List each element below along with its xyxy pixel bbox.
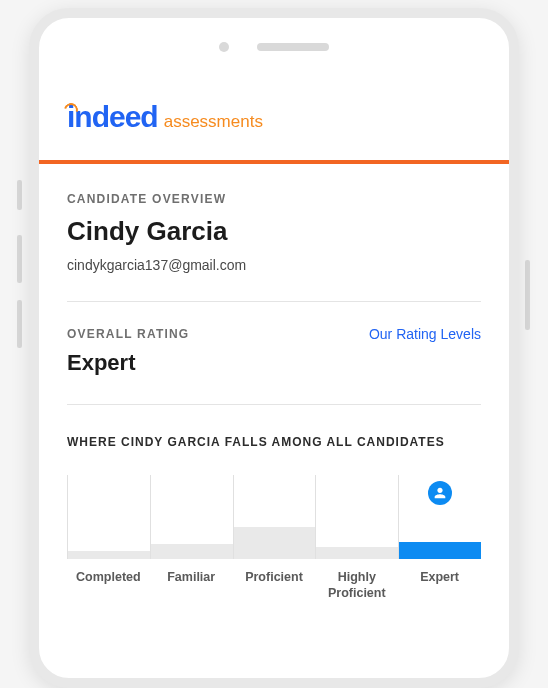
- candidate-overview-section: CANDIDATE OVERVIEW Cindy Garcia cindykga…: [67, 164, 481, 273]
- phone-side-button: [17, 180, 22, 210]
- divider: [67, 301, 481, 302]
- candidate-name: Cindy Garcia: [67, 216, 481, 247]
- axis-label: Expert: [398, 569, 481, 602]
- axis-label: Proficient: [233, 569, 316, 602]
- chart-column: [316, 475, 399, 559]
- phone-volume-down: [17, 300, 22, 348]
- rating-value: Expert: [67, 350, 481, 376]
- chart-bar: [316, 547, 398, 559]
- axis-label: Completed: [67, 569, 150, 602]
- speaker-icon: [257, 43, 329, 51]
- chart-column: [399, 475, 481, 559]
- app-content: indeed assessments CANDIDATE OVERVIEW Ci…: [39, 100, 509, 602]
- chart-bar: [234, 527, 316, 559]
- phone-notch: [39, 42, 509, 52]
- brand-main-text: indeed: [67, 100, 158, 134]
- distribution-chart: [67, 475, 481, 559]
- chart-column: [68, 475, 151, 559]
- distribution-title: WHERE CINDY GARCIA FALLS AMONG ALL CANDI…: [67, 435, 481, 449]
- phone-frame: indeed assessments CANDIDATE OVERVIEW Ci…: [29, 8, 519, 688]
- camera-icon: [219, 42, 229, 52]
- rating-levels-link[interactable]: Our Rating Levels: [369, 326, 481, 342]
- chart-axis: Completed Familiar Proficient Highly Pro…: [67, 569, 481, 602]
- chart-bar: [68, 551, 150, 559]
- brand-logo: indeed assessments: [67, 100, 481, 134]
- overview-label: CANDIDATE OVERVIEW: [67, 192, 481, 206]
- candidate-marker-icon: [428, 481, 452, 505]
- rating-header-row: OVERALL RATING Our Rating Levels: [67, 326, 481, 342]
- chart-column: [234, 475, 317, 559]
- phone-power-button: [525, 260, 530, 330]
- axis-label: Familiar: [150, 569, 233, 602]
- chart-bar: [399, 542, 481, 559]
- candidate-email: cindykgarcia137@gmail.com: [67, 257, 481, 273]
- phone-volume-up: [17, 235, 22, 283]
- brand-sub-text: assessments: [164, 112, 263, 132]
- axis-label: Highly Proficient: [315, 569, 398, 602]
- divider: [67, 404, 481, 405]
- rating-label: OVERALL RATING: [67, 327, 189, 341]
- chart-column: [151, 475, 234, 559]
- chart-bar: [151, 544, 233, 559]
